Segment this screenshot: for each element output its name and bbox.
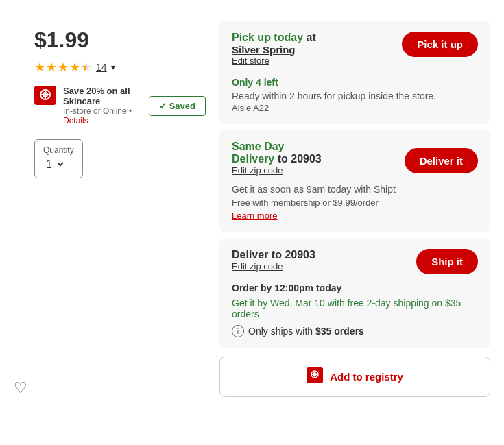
shipping-detail: Get it by Wed, Mar 10 with free 2-day sh… (232, 298, 478, 320)
promo-text-block: Save 20% on all Skincare In-store or Onl… (63, 86, 206, 125)
page-container: $1.99 ★ ★ ★ ★ ★★ 14 ▾ (0, 0, 504, 411)
stars: ★ ★ ★ ★ ★★ (34, 60, 92, 75)
same-day-title-block: Same Day Delivery to 20903 Edit zip code (232, 141, 322, 181)
star-3: ★ (58, 60, 69, 75)
shipt-text: Get it as soon as 9am today with Shipt (232, 184, 478, 195)
ship-title: Deliver to 20903 (232, 249, 315, 261)
pickup-at-label: at (306, 32, 315, 43)
same-day-zip-prefix: to (278, 153, 291, 165)
promo-details-link[interactable]: Details (63, 116, 88, 125)
ship-card-header: Deliver to 20903 Edit zip code Ship it (232, 249, 478, 277)
free-text: Free with membership or $9.99/order (232, 197, 478, 208)
ship-it-button[interactable]: Ship it (416, 249, 478, 274)
deliver-it-button[interactable]: Deliver it (405, 148, 478, 173)
left-panel: $1.99 ★ ★ ★ ★ ★★ 14 ▾ (34, 21, 206, 397)
rating-row: ★ ★ ★ ★ ★★ 14 ▾ (34, 60, 206, 75)
pickup-title-block: Pick up today at Silver Spring Edit stor… (232, 32, 316, 71)
ship-zip-prefix: to (272, 249, 285, 261)
quantity-group: Quantity 1 2 3 4 5 (34, 139, 83, 178)
quantity-select[interactable]: 1 2 3 4 5 (43, 158, 66, 171)
order-by-text: Order by 12:00pm today (232, 282, 478, 293)
ship-zip: 20903 (285, 249, 315, 261)
star-2: ★ (46, 60, 57, 75)
pickup-title-line1: Pick up today at (232, 32, 316, 44)
info-text-amount: $35 orders (315, 326, 364, 337)
delivery-label: Delivery (232, 153, 274, 165)
promo-title: Save 20% on all Skincare (63, 86, 149, 106)
learn-more-link[interactable]: Learn more (232, 211, 277, 221)
aisle-text: Aisle A22 (232, 103, 478, 113)
same-day-edit-zip-link[interactable]: Edit zip code (232, 165, 322, 176)
ship-title-block: Deliver to 20903 Edit zip code (232, 249, 315, 277)
wishlist-heart-button[interactable]: ♡ (14, 379, 27, 397)
deliver-label: Deliver (232, 249, 268, 261)
registry-button-label: Add to registry (330, 371, 403, 383)
edit-store-link[interactable]: Edit store (232, 56, 316, 66)
promo-box: Save 20% on all Skincare In-store or Onl… (34, 86, 206, 125)
pickup-card-header: Pick up today at Silver Spring Edit stor… (232, 32, 478, 71)
pickup-card: Pick up today at Silver Spring Edit stor… (219, 21, 490, 124)
same-day-label: Same Day (232, 141, 285, 152)
shipt-description: Get it as soon as 9am today with Shipt (232, 184, 396, 195)
price: $1.99 (34, 27, 206, 53)
star-1: ★ (34, 60, 45, 75)
promo-icon (34, 86, 56, 105)
info-icon: i (232, 325, 244, 337)
promo-sub-text: In-store or Online (63, 106, 127, 116)
add-to-registry-button[interactable]: Add to registry (219, 357, 490, 397)
registry-icon (307, 367, 323, 387)
chevron-down-icon[interactable]: ▾ (111, 62, 115, 72)
promo-separator: • (129, 106, 132, 116)
promo-row: Save 20% on all Skincare In-store or Onl… (63, 86, 206, 125)
pickup-detail: Ready within 2 hours for pickup inside t… (232, 91, 478, 101)
same-day-header: Same Day Delivery to 20903 Edit zip code… (232, 141, 478, 181)
same-day-zip: 20903 (291, 153, 322, 165)
info-text-prefix: Only ships with (248, 326, 313, 337)
quantity-label: Quantity (43, 145, 74, 155)
ship-edit-zip-link[interactable]: Edit zip code (232, 261, 315, 272)
pickup-title-text: Pick up today at (232, 32, 316, 43)
same-day-card: Same Day Delivery to 20903 Edit zip code… (219, 130, 490, 232)
star-5-half: ★★ (81, 60, 92, 75)
availability-text: Only 4 left (232, 77, 478, 88)
ship-card: Deliver to 20903 Edit zip code Ship it O… (219, 238, 490, 348)
info-text: Only ships with $35 orders (248, 326, 364, 337)
pickup-location[interactable]: Silver Spring (232, 44, 316, 56)
right-panel: Pick up today at Silver Spring Edit stor… (219, 21, 490, 397)
same-day-title: Same Day (232, 141, 322, 153)
saved-button[interactable]: ✓ Saved (149, 96, 206, 116)
star-4: ★ (69, 60, 80, 75)
info-row: i Only ships with $35 orders (232, 325, 478, 337)
promo-info: Save 20% on all Skincare In-store or Onl… (63, 86, 149, 125)
delivery-zip-line: Delivery to 20903 (232, 153, 322, 165)
pick-it-up-button[interactable]: Pick it up (402, 32, 478, 57)
promo-sub: In-store or Online • Details (63, 106, 149, 125)
pickup-today-label: Pick up today (232, 32, 303, 43)
rating-count[interactable]: 14 (96, 62, 107, 73)
